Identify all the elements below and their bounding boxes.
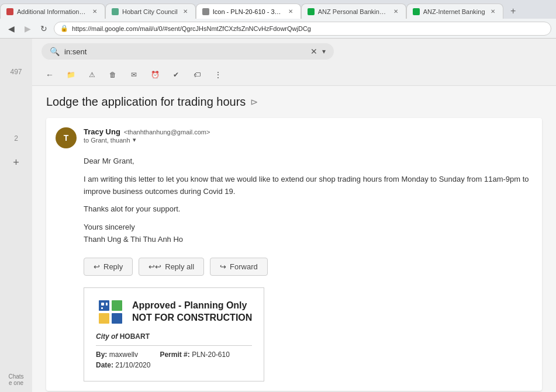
label-icon: ⊳ — [250, 96, 258, 107]
tab-anz-personal[interactable]: ANZ Personal Banking | Acco... ✕ — [301, 4, 406, 19]
new-tab-button[interactable]: + — [506, 4, 521, 19]
snooze-button[interactable]: ⏰ — [147, 67, 163, 83]
to-line: to Grant, thuanh ▾ — [84, 136, 533, 144]
stamp-details: By: maxwellv Date: 21/10/2020 Permit #: — [96, 351, 252, 372]
svg-rect-5 — [106, 303, 108, 306]
email-header: T Tracy Ung <thanhthanhung@gmail.com> to… — [56, 127, 533, 148]
email-card: T Tracy Ung <thanhthanhung@gmail.com> to… — [46, 118, 542, 391]
tab-favicon-3 — [202, 8, 209, 15]
tab-favicon-4 — [308, 8, 315, 15]
stamp-header: Approved - Planning Only NOT FOR CONSTRU… — [96, 297, 252, 327]
svg-rect-0 — [99, 300, 109, 311]
reload-button[interactable]: ↻ — [37, 22, 50, 35]
email-subject: Lodge the application for trading hours … — [46, 95, 542, 109]
archive-button[interactable]: 📁 — [63, 67, 79, 83]
email-body: Dear Mr Grant, I am writing this letter … — [84, 155, 533, 246]
email-view: Lodge the application for trading hours … — [32, 86, 556, 392]
tab-label-1: Additional Information Requ... — [17, 8, 87, 15]
body-line2: Thanks alot for your support. — [84, 203, 533, 216]
browser-chrome: Additional Information Requ... ✕ Hobart … — [0, 0, 556, 39]
more-options-button[interactable]: ⋮ — [210, 67, 226, 83]
compose-button[interactable]: + — [8, 154, 25, 171]
stamp-divider — [96, 345, 252, 346]
tab-hobart[interactable]: Hobart City Council ✕ — [105, 4, 196, 19]
svg-rect-6 — [101, 307, 103, 309]
url-bar[interactable]: 🔒 https://mail.google.com/mail/u/0/#sent… — [54, 22, 551, 36]
tab-close-5[interactable]: ✕ — [489, 8, 497, 16]
tab-bar: Additional Information Requ... ✕ Hobart … — [0, 0, 556, 19]
action-buttons: ↩ Reply ↩↩ Reply all ↪ Forward — [84, 258, 533, 276]
left-panel: 497 2 + Chats e one — [0, 39, 32, 392]
svg-rect-4 — [101, 303, 104, 306]
reply-icon: ↩ — [94, 262, 100, 271]
tab-additional-info[interactable]: Additional Information Requ... ✕ — [0, 4, 105, 19]
body-closing: Yours sincerely Thanh Ung & Thi Thu Anh … — [84, 221, 533, 246]
forward-button[interactable]: ▶ — [21, 22, 34, 35]
content-area: 497 2 + Chats e one 🔍 ✕ ▾ ← 📁 ⚠ 🗑 ✉ — [0, 39, 556, 392]
reply-all-button[interactable]: ↩↩ Reply all — [139, 258, 204, 276]
tab-favicon-2 — [112, 8, 119, 15]
tab-favicon-5 — [413, 8, 420, 15]
tab-close-4[interactable]: ✕ — [392, 8, 400, 16]
one-label: e one — [8, 380, 23, 386]
hobart-city-text: City of HOBART — [96, 332, 252, 341]
avatar: T — [56, 127, 77, 148]
tab-label-5: ANZ-Internet Banking — [423, 8, 485, 15]
sender-name: Tracy Ung — [84, 127, 120, 136]
of-text: of — [111, 332, 118, 341]
svg-rect-2 — [99, 313, 109, 324]
tab-close-3[interactable]: ✕ — [286, 8, 295, 16]
search-container[interactable]: 🔍 ✕ ▾ — [42, 43, 334, 60]
stamp-permit: Permit #: PLN-20-610 — [160, 351, 229, 372]
search-dropdown-icon[interactable]: ▾ — [322, 47, 326, 55]
back-button[interactable]: ◀ — [5, 22, 18, 35]
stamp-title: Approved - Planning Only NOT FOR CONSTRU… — [132, 300, 252, 324]
greeting: Dear Mr Grant, — [84, 155, 533, 168]
tab-favicon-1 — [6, 8, 13, 15]
sender-info: Tracy Ung <thanhthanhung@gmail.com> to G… — [84, 127, 533, 144]
sender-email: <thanhthanhung@gmail.com> — [124, 129, 210, 136]
svg-rect-1 — [112, 300, 122, 311]
svg-rect-3 — [112, 313, 122, 324]
url-text: https://mail.google.com/mail/u/0/#sent/Q… — [72, 25, 311, 32]
tab-close-1[interactable]: ✕ — [91, 8, 99, 16]
search-icon: 🔍 — [50, 47, 60, 56]
stamp-text-block: Approved - Planning Only NOT FOR CONSTRU… — [132, 300, 252, 324]
lock-icon: 🔒 — [60, 25, 68, 32]
forward-icon: ↪ — [220, 262, 226, 271]
stamp-by: By: maxwellv Date: 21/10/2020 — [96, 351, 150, 372]
delete-button[interactable]: 🗑 — [105, 67, 121, 83]
reply-button[interactable]: ↩ Reply — [84, 258, 133, 276]
line-number-bottom: 2 — [14, 134, 18, 143]
mark-button[interactable]: ✉ — [126, 67, 142, 83]
tab-icon-pln[interactable]: Icon - PLN-20-610 - 342 ARGYLE S... ✕ — [196, 4, 301, 19]
search-bar: 🔍 ✕ ▾ — [32, 39, 556, 64]
search-clear-icon[interactable]: ✕ — [310, 47, 317, 56]
chats-label: Chats — [8, 373, 23, 380]
tab-label-2: Hobart City Council — [122, 8, 178, 15]
stamp-container: Approved - Planning Only NOT FOR CONSTRU… — [84, 287, 264, 381]
back-to-list-button[interactable]: ← — [42, 67, 58, 83]
check-button[interactable]: ✔ — [168, 67, 184, 83]
dropdown-icon[interactable]: ▾ — [133, 136, 136, 144]
line-number-top: 497 — [10, 68, 22, 76]
email-toolbar: ← 📁 ⚠ 🗑 ✉ ⏰ ✔ 🏷 ⋮ — [32, 64, 556, 86]
tab-label-4: ANZ Personal Banking | Acco... — [318, 8, 388, 15]
address-bar: ◀ ▶ ↻ 🔒 https://mail.google.com/mail/u/0… — [0, 19, 556, 39]
hobart-logo — [96, 297, 125, 327]
subject-text: Lodge the application for trading hours — [46, 95, 246, 109]
tab-label-3: Icon - PLN-20-610 - 342 ARGYLE S... — [213, 8, 283, 15]
reply-all-icon: ↩↩ — [149, 262, 161, 271]
forward-button[interactable]: ↪ Forward — [210, 258, 268, 276]
tab-anz-internet[interactable]: ANZ-Internet Banking ✕ — [406, 4, 503, 19]
body-line1: I am writing this letter to let you know… — [84, 174, 533, 198]
search-input[interactable] — [64, 47, 306, 56]
gmail-main: 🔍 ✕ ▾ ← 📁 ⚠ 🗑 ✉ ⏰ ✔ 🏷 ⋮ Lodge the applic… — [32, 39, 556, 392]
tab-close-2[interactable]: ✕ — [181, 8, 189, 16]
label-button[interactable]: 🏷 — [189, 67, 205, 83]
spam-button[interactable]: ⚠ — [84, 67, 100, 83]
